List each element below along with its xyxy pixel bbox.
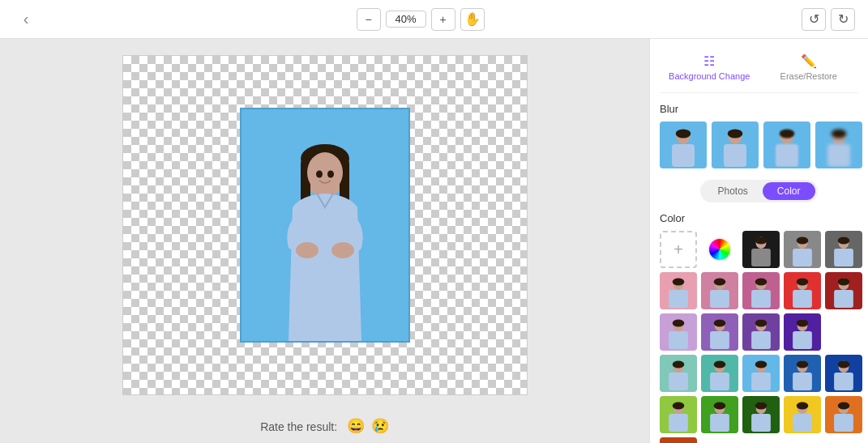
color-add-button[interactable]: + (660, 231, 697, 268)
color-pink3[interactable] (742, 272, 780, 309)
person-figure (252, 122, 398, 341)
color-black[interactable] (742, 231, 780, 268)
svg-rect-55 (834, 290, 853, 308)
color-lilac[interactable] (660, 313, 697, 351)
color-darkblue[interactable] (825, 355, 862, 392)
svg-point-28 (755, 236, 768, 244)
svg-rect-113 (661, 439, 695, 443)
svg-rect-63 (710, 331, 729, 349)
undo-button[interactable]: ↺ (802, 8, 826, 31)
zoom-value: 40% (386, 11, 426, 28)
pencil-icon: ✏️ (801, 53, 817, 69)
svg-rect-51 (793, 290, 812, 308)
svg-point-76 (673, 360, 685, 368)
color-pink2[interactable] (701, 272, 738, 309)
blur-item-3[interactable] (763, 121, 810, 168)
blur-row (660, 121, 858, 168)
color-yellow[interactable] (784, 396, 821, 433)
svg-rect-111 (834, 414, 853, 432)
color-toggle[interactable]: Color (763, 182, 815, 200)
main-content: Rate the result: 😄 😢 ☷ Background Change… (0, 39, 868, 443)
color-purple2[interactable] (742, 313, 780, 351)
svg-point-16 (728, 129, 743, 138)
zoom-out-button[interactable]: − (357, 8, 381, 31)
canvas-wrapper[interactable] (122, 55, 528, 395)
color-purple1[interactable] (701, 313, 738, 351)
rainbow-circle (708, 237, 732, 262)
svg-point-92 (838, 360, 850, 368)
svg-point-56 (838, 278, 850, 285)
color-darkred[interactable] (825, 272, 862, 309)
svg-rect-59 (669, 331, 688, 349)
rate-cry-emoji[interactable]: 😢 (371, 418, 389, 434)
empty-slot-1 (825, 313, 862, 351)
tab-erase-restore[interactable]: ✏️ Erase/Restore (759, 49, 859, 86)
color-section-label: Color (660, 212, 858, 224)
svg-rect-39 (669, 290, 688, 308)
svg-rect-95 (669, 414, 688, 432)
svg-rect-99 (710, 414, 729, 432)
right-panel: ☷ Background Change ✏️ Erase/Restore Blu… (649, 39, 868, 443)
color-green2[interactable] (701, 396, 738, 433)
tab-bg-label: Background Change (669, 71, 750, 81)
svg-rect-71 (793, 331, 812, 349)
grid-icon: ☷ (703, 53, 715, 69)
color-lightblue[interactable] (742, 355, 780, 392)
svg-point-12 (676, 129, 691, 138)
svg-rect-79 (710, 373, 729, 390)
blur-item-4[interactable] (815, 121, 862, 168)
svg-rect-27 (751, 249, 771, 266)
toolbar-center: − 40% + ✋ (357, 8, 485, 31)
blur-item-2[interactable] (712, 121, 759, 168)
svg-point-20 (780, 129, 795, 138)
svg-point-64 (714, 319, 726, 326)
color-teal1[interactable] (660, 355, 697, 392)
redo-button[interactable]: ↻ (831, 8, 855, 31)
rate-happy-emoji[interactable]: 😄 (347, 418, 365, 434)
blur-label: Blur (660, 103, 858, 115)
svg-point-100 (714, 402, 726, 409)
color-green1[interactable] (660, 396, 697, 433)
color-teal2[interactable] (701, 355, 738, 392)
svg-point-24 (832, 129, 847, 138)
color-blue[interactable] (784, 355, 821, 392)
svg-point-108 (797, 402, 809, 409)
zoom-in-button[interactable]: + (431, 8, 455, 31)
color-orange2[interactable] (660, 437, 697, 443)
color-red[interactable] (784, 272, 821, 309)
svg-rect-83 (751, 373, 771, 390)
color-rainbow[interactable] (701, 231, 738, 268)
svg-point-4 (307, 152, 343, 193)
svg-rect-23 (827, 144, 850, 167)
svg-rect-47 (751, 290, 771, 308)
svg-point-104 (755, 402, 768, 409)
svg-point-96 (673, 402, 685, 409)
svg-point-36 (838, 236, 850, 244)
svg-point-44 (714, 278, 726, 285)
svg-rect-107 (793, 414, 812, 432)
svg-rect-103 (751, 414, 771, 432)
tab-erase-label: Erase/Restore (780, 71, 837, 81)
color-gray1[interactable] (784, 231, 821, 268)
blur-item-1[interactable] (660, 121, 707, 168)
photos-toggle[interactable]: Photos (703, 182, 762, 200)
svg-point-7 (316, 170, 323, 177)
hand-tool-button[interactable]: ✋ (460, 8, 485, 31)
rate-bar: Rate the result: 😄 😢 (0, 417, 649, 435)
color-gray2[interactable] (825, 231, 862, 268)
svg-point-52 (797, 278, 809, 285)
svg-point-72 (797, 319, 809, 326)
svg-rect-35 (834, 249, 853, 266)
color-darkgreen[interactable] (742, 396, 780, 433)
color-darkpurple[interactable] (784, 313, 821, 351)
svg-point-8 (327, 170, 334, 177)
svg-rect-19 (776, 144, 798, 167)
canvas-area: Rate the result: 😄 😢 (0, 39, 649, 443)
tab-background-change[interactable]: ☷ Background Change (660, 49, 759, 86)
svg-rect-67 (751, 331, 771, 349)
toolbar: ‹ − 40% + ✋ ↺ ↻ (0, 0, 868, 39)
color-pink1[interactable] (660, 272, 697, 309)
svg-point-88 (797, 360, 809, 368)
back-button[interactable]: ‹ (13, 6, 39, 32)
color-orange[interactable] (825, 396, 862, 433)
